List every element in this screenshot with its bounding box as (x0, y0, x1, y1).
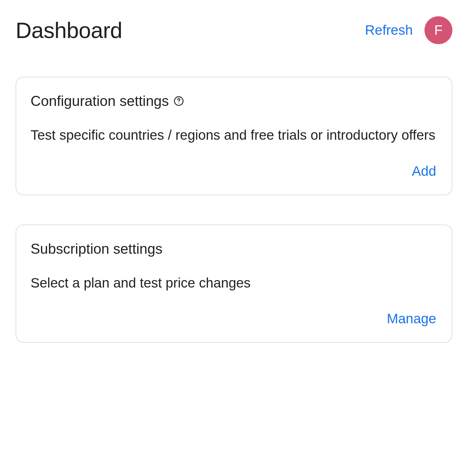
subscription-card-description: Select a plan and test price changes (31, 274, 437, 292)
configuration-card-description: Test specific countries / regions and fr… (31, 126, 437, 145)
help-icon[interactable] (174, 96, 184, 106)
manage-button[interactable]: Manage (385, 308, 437, 329)
header: Dashboard Refresh F (16, 16, 452, 44)
card-title-row: Subscription settings (31, 241, 437, 257)
svg-point-1 (178, 103, 179, 104)
subscription-settings-card: Subscription settings Select a plan and … (16, 225, 452, 343)
header-actions: Refresh F (365, 16, 452, 44)
subscription-card-title: Subscription settings (31, 241, 162, 257)
refresh-button[interactable]: Refresh (365, 22, 413, 38)
card-title-row: Configuration settings (31, 93, 437, 109)
add-button[interactable]: Add (410, 161, 437, 182)
configuration-settings-card: Configuration settings Test specific cou… (16, 77, 452, 195)
configuration-card-title: Configuration settings (31, 93, 169, 109)
card-actions: Add (31, 161, 437, 182)
avatar-letter: F (434, 22, 443, 38)
page-title: Dashboard (16, 18, 122, 43)
avatar[interactable]: F (424, 16, 452, 44)
card-actions: Manage (31, 308, 437, 329)
